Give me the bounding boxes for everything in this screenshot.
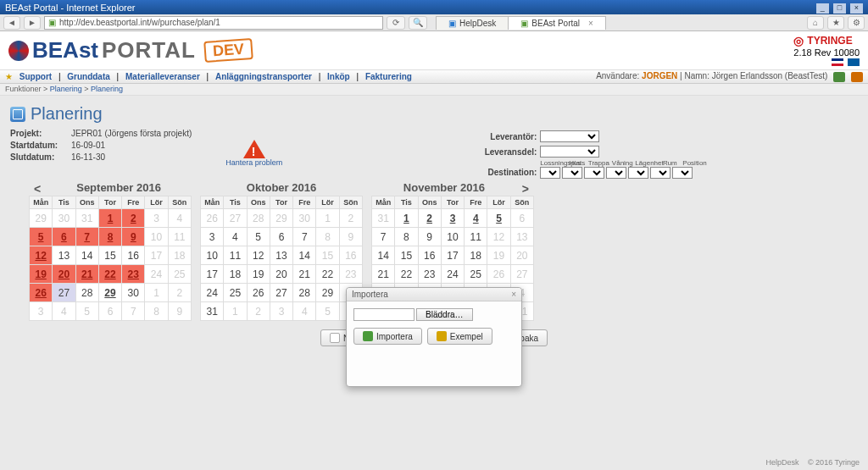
calendar-day[interactable]: 4 bbox=[224, 228, 247, 246]
calendar-day[interactable]: 6 bbox=[270, 228, 292, 246]
calendar-day[interactable]: 2 bbox=[418, 209, 441, 228]
calendar-day[interactable]: 25 bbox=[465, 265, 487, 284]
calendar-day[interactable]: 25 bbox=[224, 284, 247, 302]
leverantor-select[interactable] bbox=[540, 130, 599, 142]
calendar-day[interactable]: 8 bbox=[145, 302, 168, 321]
calendar-day[interactable]: 14 bbox=[293, 246, 316, 265]
calendar-day[interactable]: 29 bbox=[98, 284, 121, 302]
calendar-day[interactable]: 2 bbox=[339, 209, 362, 228]
calendar-day[interactable]: 26 bbox=[201, 209, 224, 228]
calendar-day[interactable]: 10 bbox=[201, 246, 224, 265]
calendar-day[interactable]: 13 bbox=[53, 246, 75, 265]
calendar-day[interactable]: 28 bbox=[75, 284, 98, 302]
breadcrumb-item[interactable]: Planering bbox=[50, 85, 82, 93]
tools-button[interactable]: ⚙ bbox=[848, 16, 865, 30]
maximize-icon[interactable]: □ bbox=[833, 3, 846, 14]
favorites-button[interactable]: ★ bbox=[827, 16, 844, 30]
calendar-day[interactable]: 3 bbox=[441, 209, 464, 228]
calendar-day[interactable]: 5 bbox=[316, 302, 339, 321]
calendar-day[interactable]: 15 bbox=[395, 246, 418, 265]
dest-select[interactable] bbox=[562, 167, 582, 179]
calendar-day[interactable]: 12 bbox=[30, 246, 53, 265]
calendar-day[interactable]: 22 bbox=[316, 265, 339, 284]
nav-link[interactable]: Anläggningstransporter bbox=[215, 72, 312, 81]
calendar-day[interactable]: 21 bbox=[372, 265, 395, 284]
dest-select[interactable] bbox=[606, 167, 626, 179]
calendar-day[interactable]: 11 bbox=[224, 246, 247, 265]
calendar-day[interactable]: 2 bbox=[168, 284, 191, 302]
calendar-day[interactable]: 7 bbox=[122, 302, 145, 321]
calendar-day[interactable]: 1 bbox=[145, 284, 168, 302]
calendar-day[interactable]: 7 bbox=[75, 228, 98, 246]
calendar-day[interactable]: 7 bbox=[293, 228, 316, 246]
calendar-day[interactable]: 13 bbox=[270, 246, 292, 265]
search-button[interactable]: 🔍 bbox=[409, 16, 427, 30]
footer-helpdesk[interactable]: HelpDesk bbox=[765, 458, 798, 467]
calendar-day[interactable]: 30 bbox=[122, 284, 145, 302]
calendar-day[interactable]: 11 bbox=[465, 228, 487, 246]
calendar-day[interactable]: 23 bbox=[339, 265, 362, 284]
tab-helpdesk[interactable]: ▣HelpDesk bbox=[436, 16, 509, 30]
star-icon[interactable]: ★ bbox=[5, 72, 13, 81]
calendar-day[interactable]: 29 bbox=[30, 209, 53, 228]
calendar-day[interactable]: 8 bbox=[98, 228, 121, 246]
calendar-day[interactable]: 4 bbox=[293, 302, 316, 321]
next-month-button[interactable]: > bbox=[517, 182, 534, 196]
calendar-day[interactable]: 8 bbox=[395, 228, 418, 246]
calendar-day[interactable]: 12 bbox=[487, 228, 510, 246]
calendar-day[interactable]: 19 bbox=[487, 246, 510, 265]
calendar-day[interactable]: 27 bbox=[224, 209, 247, 228]
calendar-day[interactable]: 22 bbox=[98, 265, 121, 284]
calendar-day[interactable]: 19 bbox=[247, 265, 270, 284]
calendar-day[interactable]: 1 bbox=[98, 209, 121, 228]
calendar-day[interactable]: 2 bbox=[247, 302, 270, 321]
calendar-day[interactable]: 5 bbox=[247, 228, 270, 246]
calendar-day[interactable]: 3 bbox=[145, 209, 168, 228]
calendar-day[interactable]: 6 bbox=[53, 228, 75, 246]
dest-select[interactable] bbox=[628, 167, 648, 179]
calendar-day[interactable]: 7 bbox=[372, 228, 395, 246]
dest-select[interactable] bbox=[672, 167, 693, 179]
calendar-day[interactable]: 11 bbox=[168, 228, 191, 246]
modal-close-icon[interactable]: × bbox=[511, 290, 516, 299]
calendar-day[interactable]: 17 bbox=[201, 265, 224, 284]
logout-icon[interactable] bbox=[851, 72, 863, 82]
calendar-day[interactable]: 17 bbox=[145, 246, 168, 265]
calendar-day[interactable]: 4 bbox=[465, 209, 487, 228]
calendar-day[interactable]: 9 bbox=[418, 228, 441, 246]
address-bar[interactable]: ▣ http://dev.beastportal.int/w/purchase/… bbox=[44, 16, 383, 30]
calendar-day[interactable]: 5 bbox=[487, 209, 510, 228]
calendar-day[interactable]: 28 bbox=[247, 209, 270, 228]
calendar-day[interactable]: 10 bbox=[145, 228, 168, 246]
calendar-day[interactable]: 16 bbox=[339, 246, 362, 265]
calendar-day[interactable]: 24 bbox=[441, 265, 464, 284]
calendar-day[interactable]: 3 bbox=[270, 302, 292, 321]
calendar-day[interactable]: 12 bbox=[247, 246, 270, 265]
calendar-day[interactable]: 9 bbox=[168, 302, 191, 321]
calendar-day[interactable]: 14 bbox=[75, 246, 98, 265]
calendar-day[interactable]: 20 bbox=[510, 246, 533, 265]
calendar-day[interactable]: 27 bbox=[510, 265, 533, 284]
calendar-day[interactable]: 17 bbox=[441, 246, 464, 265]
calendar-day[interactable]: 29 bbox=[270, 209, 292, 228]
calendar-day[interactable]: 23 bbox=[418, 265, 441, 284]
tab-beastportal[interactable]: ▣BEAst Portal× bbox=[508, 16, 606, 30]
calendar-day[interactable]: 24 bbox=[145, 265, 168, 284]
calendar-day[interactable]: 18 bbox=[465, 246, 487, 265]
calendar-day[interactable]: 26 bbox=[487, 265, 510, 284]
calendar-day[interactable]: 31 bbox=[372, 209, 395, 228]
calendar-day[interactable]: 16 bbox=[418, 246, 441, 265]
calendar-day[interactable]: 23 bbox=[122, 265, 145, 284]
calendar-day[interactable]: 1 bbox=[395, 209, 418, 228]
calendar-day[interactable]: 15 bbox=[98, 246, 121, 265]
calendar-day[interactable]: 14 bbox=[372, 246, 395, 265]
calendar-day[interactable]: 16 bbox=[122, 246, 145, 265]
calendar-day[interactable]: 3 bbox=[201, 228, 224, 246]
calendar-day[interactable]: 4 bbox=[168, 209, 191, 228]
browse-button[interactable]: Bläddra… bbox=[416, 308, 472, 321]
calendar-day[interactable]: 30 bbox=[293, 209, 316, 228]
calendar-day[interactable]: 9 bbox=[122, 228, 145, 246]
nav-link[interactable]: Fakturering bbox=[365, 72, 412, 81]
calendar-day[interactable]: 28 bbox=[293, 284, 316, 302]
back-button[interactable]: ◄ bbox=[3, 16, 20, 30]
